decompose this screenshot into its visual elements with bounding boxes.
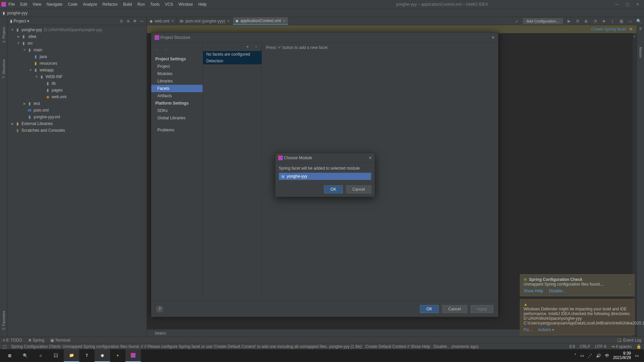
nav-global-libraries[interactable]: Global Libraries (151, 114, 203, 122)
hbuilder-taskbar-icon[interactable]: ✦ (110, 349, 125, 362)
project-tree[interactable]: ▼▮yonghe-yyyD:\JAVA\WorkSpace\yonghe-yyy… (7, 25, 147, 337)
tool-spring[interactable]: ❀ Spring (28, 338, 44, 343)
task-view-button[interactable]: ⿳ (48, 349, 64, 362)
tray-volume-icon[interactable]: 🔊 (596, 353, 601, 358)
tray-chevron-icon[interactable]: ˄ (574, 353, 576, 358)
menu-edit[interactable]: Edit (18, 1, 30, 8)
run-icon[interactable]: ▶ (566, 19, 572, 23)
notif-show-help-link[interactable]: Show Help (524, 289, 543, 293)
notif-disable-link[interactable]: Disable... (549, 289, 566, 293)
nav-artifacts[interactable]: Artifacts (151, 92, 203, 100)
tray-battery-icon[interactable]: ▭ (580, 353, 584, 358)
banner-gear-icon[interactable]: ✲ (629, 27, 633, 32)
nav-sdks[interactable]: SDKs (151, 107, 203, 114)
menu-build[interactable]: Build (121, 1, 135, 8)
tool-project-tab[interactable]: 1: Project (2, 27, 6, 43)
menu-refactor[interactable]: Refactor (100, 1, 120, 8)
nav-problems[interactable]: Problems (151, 126, 203, 134)
search-everywhere-icon[interactable]: 🔍 (636, 19, 641, 23)
add-facet-icon[interactable]: ＋ (246, 44, 250, 50)
cm-cancel-button[interactable]: Cancel (346, 185, 371, 193)
hide-icon[interactable]: — (140, 19, 144, 23)
tool-maven-tab[interactable]: Maven (639, 47, 643, 58)
menu-help[interactable]: Help (196, 1, 209, 8)
tab-pom-xml[interactable]: mpom.xml (yonghe-yyy)✕ (177, 17, 233, 25)
menu-vcs[interactable]: VCS (163, 1, 176, 8)
ps-cancel-button[interactable]: Cancel (442, 305, 467, 313)
facet-none-message[interactable]: No facets are configured (203, 51, 262, 58)
git-icon[interactable]: ▦ (619, 19, 624, 23)
taskbar-clock[interactable]: 9:39 2021/8/29 (613, 351, 631, 360)
menu-analyze[interactable]: Analyze (80, 1, 100, 8)
notif-fix-link[interactable]: Fix... (524, 327, 532, 332)
menu-navigate[interactable]: Navigate (44, 1, 65, 8)
minimize-icon[interactable]: — (615, 2, 619, 7)
maximize-icon[interactable]: ▢ (626, 2, 629, 7)
help-icon[interactable]: ? (156, 305, 163, 313)
settings-icon[interactable]: ✲ (133, 19, 137, 23)
tool-m-tab[interactable]: m (639, 27, 643, 30)
notification-center-icon[interactable]: ▭ (635, 353, 639, 358)
ps-ok-button[interactable]: OK (420, 305, 438, 313)
facet-detection[interactable]: Detection (203, 58, 262, 64)
status-disable-link[interactable]: Disable... (moments ago) (433, 344, 478, 349)
status-indent[interactable]: ⇥ 4 spaces (611, 344, 632, 349)
build-icon[interactable]: ↙ (514, 19, 520, 23)
menu-run[interactable]: Run (135, 1, 147, 8)
start-button[interactable]: ⊞ (2, 349, 17, 362)
status-toggle-icon[interactable]: ▢ (3, 344, 6, 349)
cm-ok-button[interactable]: OK (324, 185, 342, 193)
breadcrumb-project[interactable]: yonghe-yyy (5, 10, 30, 16)
coverage-icon[interactable]: ◐ (584, 19, 589, 23)
tab-close-icon[interactable]: ✕ (171, 19, 174, 23)
tool-event-log[interactable]: Event Log (623, 338, 641, 343)
locate-icon[interactable]: ⊙ (120, 19, 123, 23)
ps-apply-button[interactable]: Apply (471, 305, 493, 313)
dialog-close-icon[interactable]: ✕ (491, 35, 495, 40)
remove-facet-icon[interactable]: － (254, 44, 258, 50)
debug-icon[interactable]: ⚙ (575, 19, 580, 23)
cm-module-item[interactable]: ▣ yonghe-yyy (279, 173, 371, 180)
collapse-icon[interactable]: ≑ (126, 19, 130, 23)
status-line-separator[interactable]: CRLF (580, 344, 590, 349)
tab-close-icon[interactable]: ✕ (283, 19, 285, 22)
tool-structure-tab[interactable]: 7: Structure (2, 59, 6, 78)
intellij-taskbar-icon[interactable] (125, 349, 141, 362)
back-icon[interactable]: ← (155, 47, 159, 52)
tab-application-context[interactable]: ◆applicationContext.xml✕ (233, 17, 289, 25)
close-icon[interactable]: ✕ (636, 2, 639, 7)
tray-ime-icon[interactable]: 中 (605, 353, 609, 359)
tool-favorites-tab[interactable]: 2: Favorites (2, 311, 6, 330)
chrome-taskbar-icon[interactable]: ◉ (95, 349, 110, 362)
text-app-taskbar-icon[interactable]: T (79, 349, 95, 362)
status-lock-icon[interactable]: 🔒 (636, 344, 641, 349)
tool-terminal[interactable]: ▣ Terminal (50, 338, 70, 343)
cm-close-icon[interactable]: ✕ (369, 156, 372, 160)
menu-file[interactable]: File (6, 1, 17, 8)
layout-icon[interactable]: ▭ (627, 19, 633, 23)
status-encoding[interactable]: UTF-8 (595, 344, 606, 349)
nav-facets[interactable]: Facets (151, 85, 203, 92)
create-spring-facet-link[interactable]: Create Spring facet (591, 27, 626, 32)
tab-close-icon[interactable]: ✕ (227, 19, 230, 23)
notif-actions-link[interactable]: Actions ▾ (538, 327, 554, 332)
forward-icon[interactable]: → (163, 47, 167, 52)
cortana-button[interactable]: ○ (33, 349, 48, 362)
tab-web-xml[interactable]: ◆web.xml✕ (147, 17, 177, 25)
menu-tools[interactable]: Tools (148, 1, 162, 8)
tray-wifi-icon[interactable]: ⋰ (588, 353, 592, 358)
menu-window[interactable]: Window (176, 1, 195, 8)
run-configuration-dropdown[interactable]: Add Configuration... (523, 18, 563, 24)
status-create-context-link[interactable]: Create Default Context // Show Help (365, 344, 430, 349)
nav-project[interactable]: Project (151, 63, 203, 70)
stop-icon[interactable]: ■ (601, 19, 606, 23)
menu-view[interactable]: View (30, 1, 44, 8)
search-button[interactable]: 🔍 (17, 349, 33, 362)
menu-code[interactable]: Code (65, 1, 80, 8)
status-caret-pos[interactable]: 8:9 (570, 344, 575, 349)
tool-todo[interactable]: ≡ 6: TODO (3, 338, 22, 343)
expand-icon[interactable]: ⌄ (628, 281, 632, 286)
project-view-title[interactable]: Project ▾ (12, 19, 120, 23)
profile-icon[interactable]: ◔ (592, 19, 598, 23)
nav-modules[interactable]: Modules (151, 70, 203, 77)
